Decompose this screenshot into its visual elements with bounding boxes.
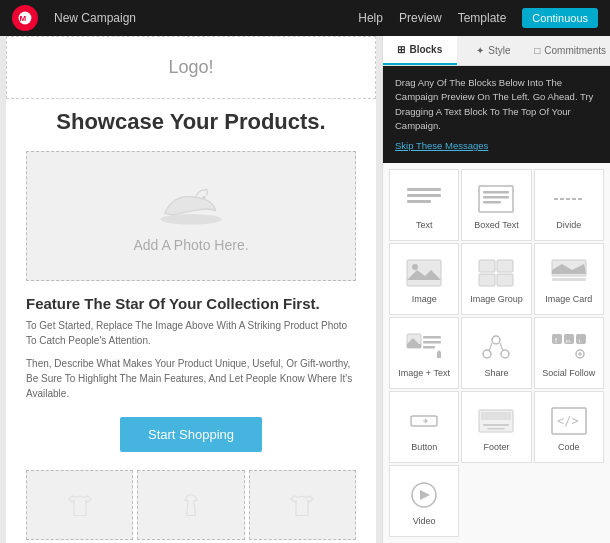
- share-block-icon: [477, 331, 515, 363]
- block-code[interactable]: </> Code: [534, 391, 604, 463]
- main-layout: Logo! Showcase Your Products. Add A Phot…: [0, 36, 610, 543]
- tab-blocks[interactable]: ⊞ Blocks: [383, 36, 457, 65]
- template-dropdown[interactable]: Template: [458, 11, 507, 25]
- help-link[interactable]: Help: [358, 11, 383, 25]
- svg-text:in: in: [566, 338, 571, 344]
- bottom-img-2: [137, 470, 244, 540]
- mailchimp-icon: M: [17, 10, 33, 26]
- block-divide[interactable]: Divide: [534, 169, 604, 241]
- photo-label: Add A Photo Here.: [133, 237, 248, 253]
- commitments-icon: □: [534, 45, 540, 56]
- block-image-text[interactable]: Image + Text: [389, 317, 459, 389]
- footer-block-icon: [477, 405, 515, 437]
- boxed-text-block-icon: [477, 183, 515, 215]
- block-code-label: Code: [558, 442, 580, 452]
- svg-text:M: M: [19, 14, 26, 23]
- svg-point-3: [202, 196, 206, 200]
- tip-text: Drag Any Of The Blocks Below Into The Ca…: [395, 77, 593, 131]
- right-panel: ⊞ Blocks ✦ Style □ Commitments Drag Any …: [382, 36, 610, 543]
- block-image-group[interactable]: Image Group: [461, 243, 531, 315]
- style-icon: ✦: [476, 45, 484, 56]
- svg-rect-25: [423, 341, 441, 344]
- block-button[interactable]: Button: [389, 391, 459, 463]
- new-campaign-link[interactable]: New Campaign: [54, 11, 136, 25]
- svg-rect-7: [479, 186, 513, 212]
- start-shopping-button[interactable]: Start Shopping: [120, 417, 262, 452]
- svg-point-30: [501, 350, 509, 358]
- svg-rect-21: [552, 278, 586, 281]
- dress-icon: [176, 490, 206, 520]
- feature-desc-2: Then, Describe What Makes Your Product U…: [6, 356, 376, 409]
- photo-block[interactable]: Add A Photo Here.: [26, 151, 356, 281]
- svg-rect-35: [576, 334, 586, 344]
- svg-rect-9: [483, 196, 509, 199]
- block-video-label: Video: [413, 516, 436, 526]
- mailchimp-logo: M: [12, 5, 38, 31]
- svg-marker-50: [420, 490, 430, 500]
- video-block-icon: [405, 479, 443, 511]
- svg-rect-26: [423, 346, 435, 349]
- skip-messages-link[interactable]: Skip These Messages: [395, 139, 598, 153]
- svg-point-2: [160, 214, 221, 225]
- svg-rect-18: [497, 274, 513, 286]
- shirt-icon-2: [287, 490, 317, 520]
- block-image[interactable]: Image: [389, 243, 459, 315]
- block-share[interactable]: Share: [461, 317, 531, 389]
- svg-rect-4: [407, 188, 441, 191]
- block-image-label: Image: [412, 294, 437, 304]
- block-image-card[interactable]: Image Card: [534, 243, 604, 315]
- svg-rect-44: [481, 412, 511, 420]
- preview-dropdown[interactable]: Preview: [399, 11, 442, 25]
- block-social-follow-label: Social Follow: [542, 368, 595, 378]
- svg-rect-46: [487, 428, 505, 430]
- image-group-block-icon: [477, 257, 515, 289]
- svg-rect-10: [483, 201, 501, 204]
- feature-desc-1: To Get Started, Replace The Image Above …: [6, 318, 376, 356]
- block-text-label: Text: [416, 220, 433, 230]
- tab-commitments[interactable]: □ Commitments: [530, 36, 610, 65]
- block-boxed-text[interactable]: Boxed Text: [461, 169, 531, 241]
- panel-tabs: ⊞ Blocks ✦ Style □ Commitments: [383, 36, 610, 66]
- headline-text: Showcase Your Products.: [56, 109, 325, 134]
- svg-line-31: [489, 343, 492, 351]
- svg-text:</>: </>: [557, 414, 579, 428]
- svg-rect-6: [407, 200, 431, 203]
- block-share-label: Share: [484, 368, 508, 378]
- canvas-area: Logo! Showcase Your Products. Add A Phot…: [0, 36, 382, 543]
- svg-rect-24: [423, 336, 441, 339]
- shoe-icon: [156, 179, 226, 229]
- svg-rect-15: [479, 260, 495, 272]
- svg-point-28: [492, 336, 500, 344]
- continuous-button[interactable]: Continuous: [522, 8, 598, 28]
- svg-rect-33: [552, 334, 562, 344]
- image-block-icon: [405, 257, 443, 289]
- bottom-img-1: [26, 470, 133, 540]
- block-boxed-text-label: Boxed Text: [474, 220, 518, 230]
- block-image-text-label: Image + Text: [398, 368, 450, 378]
- block-footer[interactable]: Footer: [461, 391, 531, 463]
- social-follow-block-icon: f in t: [550, 331, 588, 363]
- tab-style[interactable]: ✦ Style: [457, 36, 531, 65]
- logo-text: Logo!: [168, 57, 213, 77]
- block-image-card-label: Image Card: [545, 294, 592, 304]
- top-nav: M New Campaign Help Preview Template Con…: [0, 0, 610, 36]
- svg-text:f: f: [555, 337, 557, 344]
- blocks-grid-icon: ⊞: [397, 44, 405, 55]
- block-social-follow[interactable]: f in t Social Follow: [534, 317, 604, 389]
- text-block-icon: [405, 183, 443, 215]
- block-text[interactable]: Text: [389, 169, 459, 241]
- svg-line-32: [500, 343, 503, 351]
- button-block-icon: [405, 405, 443, 437]
- block-footer-label: Footer: [483, 442, 509, 452]
- code-block-icon: </>: [550, 405, 588, 437]
- svg-rect-5: [407, 194, 441, 197]
- headline-block: Showcase Your Products.: [6, 99, 376, 151]
- block-image-group-label: Image Group: [470, 294, 523, 304]
- blocks-grid: Text Boxed Text: [383, 163, 610, 543]
- block-video[interactable]: Video: [389, 465, 459, 537]
- svg-rect-16: [497, 260, 513, 272]
- logo-block: Logo!: [6, 36, 376, 99]
- cta-block: Start Shopping: [6, 409, 376, 466]
- svg-rect-17: [479, 274, 495, 286]
- block-divide-label: Divide: [556, 220, 581, 230]
